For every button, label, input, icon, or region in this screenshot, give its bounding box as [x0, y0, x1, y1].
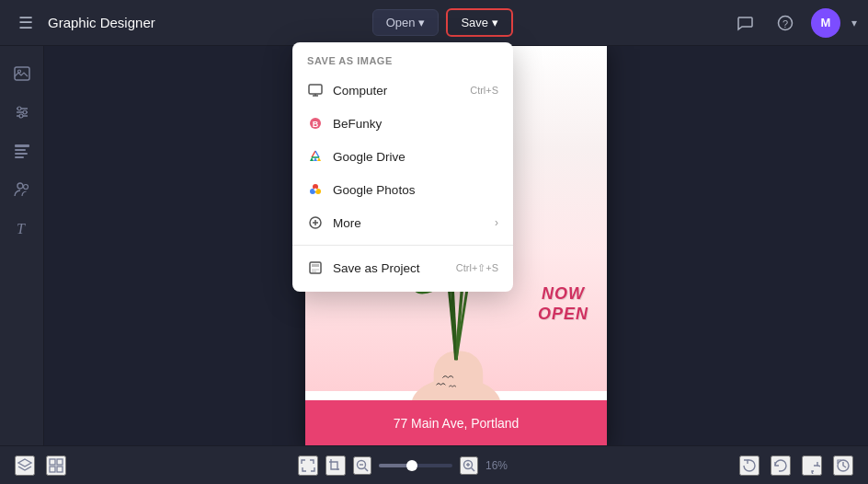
sidebar: T — [0, 46, 44, 445]
layers-button[interactable] — [15, 455, 35, 476]
avatar-chevron-icon[interactable]: ▾ — [851, 17, 857, 29]
zoom-percent: 16% — [485, 459, 508, 472]
open-label: Open — [386, 16, 416, 29]
svg-rect-62 — [57, 459, 63, 465]
save-googlephotos-label: Google Photos — [333, 183, 415, 197]
hamburger-button[interactable]: ☰ — [11, 8, 40, 38]
svg-rect-33 — [15, 144, 29, 147]
googledrive-icon — [307, 148, 324, 165]
avatar[interactable]: M — [811, 8, 840, 38]
svg-point-37 — [17, 183, 23, 189]
open-button[interactable]: Open ▾ — [372, 9, 440, 36]
svg-point-31 — [23, 110, 27, 114]
save-project-label: Save as Project — [333, 261, 420, 275]
poster-address-text: 77 Main Ave, Portland — [394, 416, 520, 431]
save-dropdown-menu: Save as Image Computer Ctrl+S — [292, 42, 513, 292]
svg-point-32 — [19, 114, 23, 118]
zoom-slider-track — [379, 464, 408, 467]
more-plus-icon — [307, 214, 324, 231]
zoom-slider-thumb[interactable] — [406, 460, 417, 471]
svg-rect-0 — [309, 85, 322, 94]
svg-line-67 — [364, 467, 368, 471]
crop-button[interactable] — [326, 455, 346, 476]
save-button[interactable]: Save ▾ — [446, 8, 513, 37]
topbar: ☰ Graphic Designer Open ▾ Save ▾ Save as… — [0, 0, 868, 46]
svg-point-38 — [23, 185, 28, 190]
googlephotos-icon — [307, 181, 324, 198]
befunky-icon: B — [307, 115, 324, 132]
svg-rect-36 — [15, 156, 24, 158]
poster-address-bar: 77 Main Ave, Portland — [305, 400, 607, 445]
poster-now-open: NOW OPEN — [538, 284, 588, 324]
svg-text:?: ? — [782, 18, 788, 29]
more-chevron-icon: › — [495, 216, 498, 229]
save-googlephotos-item[interactable]: Google Photos — [292, 173, 513, 206]
save-computer-item[interactable]: Computer Ctrl+S — [292, 74, 513, 107]
svg-rect-35 — [15, 153, 28, 155]
svg-text:T: T — [17, 221, 26, 236]
bottombar-right — [739, 455, 853, 476]
svg-point-15 — [314, 189, 317, 191]
save-googledrive-label: Google Drive — [333, 150, 405, 164]
sidebar-item-type[interactable]: T — [6, 212, 39, 245]
bottombar-left — [15, 455, 66, 476]
topbar-left: ☰ Graphic Designer — [11, 8, 155, 38]
svg-rect-34 — [15, 149, 26, 151]
save-more-label: More — [333, 216, 361, 230]
topbar-right: ? M ▾ — [730, 8, 857, 38]
open-chevron-icon: ▾ — [418, 16, 425, 29]
save-befunky-label: BeFunky — [333, 117, 382, 131]
svg-rect-64 — [57, 467, 63, 472]
refresh-button[interactable] — [739, 455, 760, 476]
svg-rect-63 — [50, 467, 55, 472]
sidebar-item-text[interactable] — [6, 134, 39, 167]
dropdown-header: Save as Image — [292, 50, 513, 74]
svg-line-71 — [471, 467, 474, 471]
save-computer-shortcut: Ctrl+S — [470, 85, 498, 96]
message-button[interactable] — [730, 8, 760, 38]
bottombar: 16% — [0, 445, 868, 484]
svg-line-10 — [315, 151, 319, 157]
svg-point-30 — [17, 107, 21, 110]
sidebar-item-image[interactable] — [6, 57, 39, 90]
sidebar-item-effects[interactable] — [6, 96, 39, 129]
history-button[interactable] — [833, 455, 853, 476]
bottombar-center: 16% — [298, 455, 508, 476]
save-more-item[interactable]: More › — [292, 206, 513, 239]
zoom-out-button[interactable] — [353, 456, 371, 475]
save-project-icon — [307, 259, 324, 276]
help-button[interactable]: ? — [771, 8, 800, 38]
dropdown-divider — [292, 245, 513, 246]
svg-rect-61 — [50, 459, 55, 465]
svg-text:B: B — [313, 120, 319, 129]
save-project-item[interactable]: Save as Project Ctrl+⇧+S — [292, 251, 513, 284]
topbar-center: Open ▾ Save ▾ Save as Image Computer Ctr — [372, 8, 513, 37]
grid-button[interactable] — [46, 455, 66, 476]
fit-screen-button[interactable] — [298, 455, 318, 476]
redo-button[interactable] — [802, 455, 822, 476]
save-project-shortcut: Ctrl+⇧+S — [456, 262, 498, 274]
zoom-slider[interactable] — [379, 464, 452, 467]
save-befunky-item[interactable]: B BeFunky — [292, 107, 513, 140]
svg-line-9 — [312, 151, 315, 157]
undo-button[interactable] — [771, 455, 791, 476]
zoom-in-button[interactable] — [460, 456, 478, 475]
app-title: Graphic Designer — [48, 15, 155, 30]
sidebar-item-people[interactable] — [6, 173, 39, 206]
save-label: Save — [461, 16, 488, 29]
computer-icon — [307, 82, 324, 98]
save-googledrive-item[interactable]: Google Drive — [292, 140, 513, 173]
svg-rect-20 — [312, 264, 319, 267]
save-computer-label: Computer — [333, 84, 387, 98]
save-chevron-icon: ▾ — [492, 16, 498, 29]
